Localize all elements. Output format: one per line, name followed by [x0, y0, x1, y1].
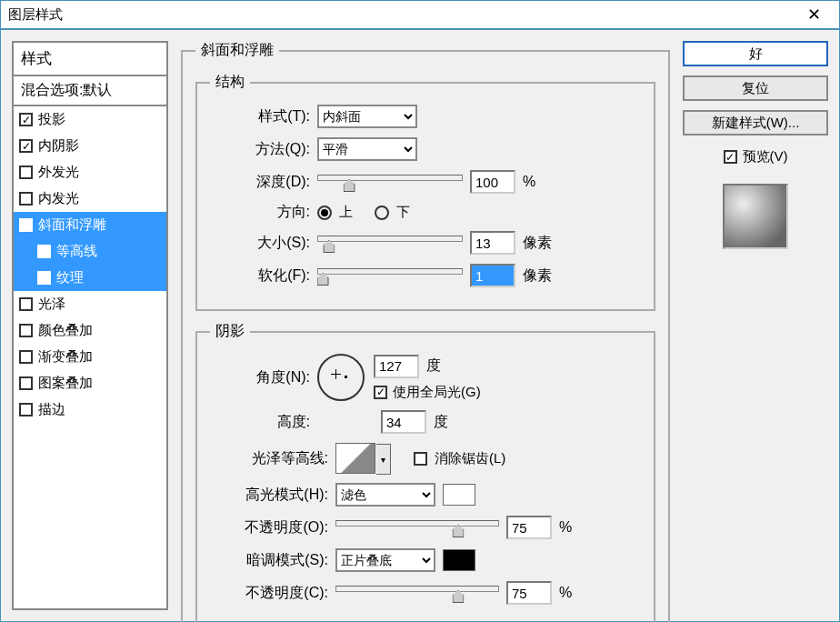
highlight-color-swatch[interactable] — [443, 484, 475, 506]
new-style-button[interactable]: 新建样式(W)... — [683, 110, 828, 135]
soften-input[interactable] — [470, 264, 515, 287]
shadow-mode-label: 暗调模式(S): — [210, 551, 328, 570]
altitude-unit: 度 — [434, 413, 448, 432]
shadow-opacity-input[interactable] — [506, 581, 552, 605]
angle-input[interactable] — [374, 355, 419, 378]
highlight-mode-label: 高光模式(H): — [210, 486, 328, 505]
preview-checkbox[interactable] — [724, 150, 737, 164]
style-item-checkbox[interactable] — [19, 192, 33, 206]
ok-button[interactable]: 好 — [683, 41, 828, 66]
highlight-mode-select[interactable]: 滤色 — [335, 483, 435, 507]
style-item-checkbox[interactable] — [19, 113, 33, 126]
style-item-7[interactable]: 光泽 — [14, 291, 166, 317]
antialias-checkbox[interactable] — [414, 452, 427, 466]
style-item-checkbox[interactable] — [19, 376, 33, 390]
style-item-checkbox[interactable] — [19, 166, 33, 179]
style-item-checkbox[interactable] — [19, 218, 33, 232]
preview-label: 预览(V) — [743, 148, 788, 166]
style-item-2[interactable]: 外发光 — [14, 159, 166, 186]
titlebar: 图层样式 ✕ — [1, 1, 839, 30]
dialog-buttons: 好 复位 新建样式(W)... 预览(V) — [683, 41, 828, 610]
shading-title: 阴影 — [210, 322, 250, 341]
style-item-label: 图案叠加 — [38, 375, 93, 392]
direction-label: 方向: — [210, 203, 310, 222]
style-item-10[interactable]: 图案叠加 — [14, 370, 166, 396]
style-item-label: 内阴影 — [38, 137, 79, 155]
opacity-unit-1: % — [559, 519, 572, 536]
soften-label: 软化(F): — [210, 266, 310, 286]
size-input[interactable] — [470, 231, 515, 255]
settings-panel: 斜面和浮雕 结构 样式(T): 内斜面 方法(Q): 平滑 深度(D): — [181, 41, 670, 610]
style-item-6[interactable]: 纹理 — [14, 265, 166, 291]
style-label: 样式(T): — [210, 107, 310, 126]
style-item-3[interactable]: 内发光 — [14, 186, 166, 212]
style-item-8[interactable]: 颜色叠加 — [14, 317, 166, 344]
style-select[interactable]: 内斜面 — [317, 105, 417, 128]
global-light-checkbox[interactable] — [374, 386, 387, 399]
close-icon[interactable]: ✕ — [795, 5, 832, 25]
direction-up-radio[interactable] — [317, 206, 332, 220]
direction-up-label: 上 — [339, 204, 353, 221]
technique-label: 方法(Q): — [210, 140, 310, 159]
structure-fieldset: 结构 样式(T): 内斜面 方法(Q): 平滑 深度(D): % — [195, 73, 655, 311]
shadow-opacity-label: 不透明度(C): — [210, 584, 328, 603]
window-title: 图层样式 — [8, 6, 795, 24]
highlight-opacity-input[interactable] — [506, 516, 552, 539]
soften-unit: 像素 — [523, 266, 552, 286]
cancel-button[interactable]: 复位 — [683, 75, 828, 101]
style-item-9[interactable]: 渐变叠加 — [14, 344, 166, 370]
style-item-checkbox[interactable] — [19, 350, 33, 364]
depth-slider[interactable] — [317, 172, 463, 192]
style-item-label: 内发光 — [38, 190, 79, 207]
style-item-label: 颜色叠加 — [38, 322, 93, 339]
angle-dial[interactable] — [317, 354, 365, 401]
size-unit: 像素 — [523, 234, 552, 253]
highlight-opacity-slider[interactable] — [335, 517, 499, 537]
depth-input[interactable] — [470, 170, 515, 194]
global-light-label: 使用全局光(G) — [393, 384, 481, 401]
style-item-5[interactable]: 等高线 — [14, 238, 166, 265]
style-item-4[interactable]: 斜面和浮雕 — [14, 212, 166, 238]
depth-label: 深度(D): — [210, 173, 310, 192]
style-item-label: 等高线 — [56, 243, 97, 260]
style-item-checkbox[interactable] — [19, 403, 33, 416]
style-item-label: 描边 — [38, 401, 65, 418]
angle-label: 角度(N): — [210, 368, 310, 387]
shadow-mode-select[interactable]: 正片叠底 — [335, 548, 435, 572]
size-label: 大小(S): — [210, 234, 310, 253]
style-item-label: 斜面和浮雕 — [38, 216, 106, 234]
style-item-label: 渐变叠加 — [38, 348, 93, 366]
gloss-contour-picker[interactable]: ▾ — [335, 443, 375, 474]
gloss-contour-label: 光泽等高线: — [210, 449, 328, 468]
style-item-checkbox[interactable] — [19, 297, 33, 311]
style-item-1[interactable]: 内阴影 — [14, 133, 166, 159]
shading-fieldset: 阴影 角度(N): 度 — [195, 322, 655, 622]
shadow-opacity-slider[interactable] — [335, 583, 499, 603]
bevel-fieldset: 斜面和浮雕 结构 样式(T): 内斜面 方法(Q): 平滑 深度(D): — [181, 41, 670, 622]
shadow-color-swatch[interactable] — [443, 549, 475, 571]
technique-select[interactable]: 平滑 — [317, 137, 417, 161]
layer-style-dialog: 图层样式 ✕ 样式 混合选项:默认 投影内阴影外发光内发光斜面和浮雕等高线纹理光… — [0, 0, 840, 622]
opacity-unit-2: % — [559, 585, 572, 601]
style-item-checkbox[interactable] — [19, 324, 33, 337]
altitude-label: 高度: — [210, 413, 310, 432]
style-item-checkbox[interactable] — [37, 271, 51, 285]
style-item-label: 投影 — [38, 111, 65, 128]
chevron-down-icon[interactable]: ▾ — [376, 444, 391, 475]
style-item-0[interactable]: 投影 — [14, 106, 166, 133]
blend-options-header[interactable]: 混合选项:默认 — [14, 76, 166, 106]
direction-down-radio[interactable] — [375, 206, 389, 220]
soften-slider[interactable] — [317, 266, 463, 286]
structure-title: 结构 — [210, 73, 250, 92]
style-item-checkbox[interactable] — [37, 245, 51, 258]
preview-thumbnail — [723, 184, 788, 249]
style-item-label: 纹理 — [56, 269, 84, 286]
style-item-label: 光泽 — [38, 296, 65, 313]
size-slider[interactable] — [317, 233, 463, 253]
direction-down-label: 下 — [396, 204, 410, 221]
style-item-checkbox[interactable] — [19, 139, 33, 153]
altitude-input[interactable] — [381, 410, 426, 434]
bevel-title: 斜面和浮雕 — [195, 41, 279, 60]
style-item-11[interactable]: 描边 — [14, 396, 166, 423]
highlight-opacity-label: 不透明度(O): — [210, 518, 328, 537]
